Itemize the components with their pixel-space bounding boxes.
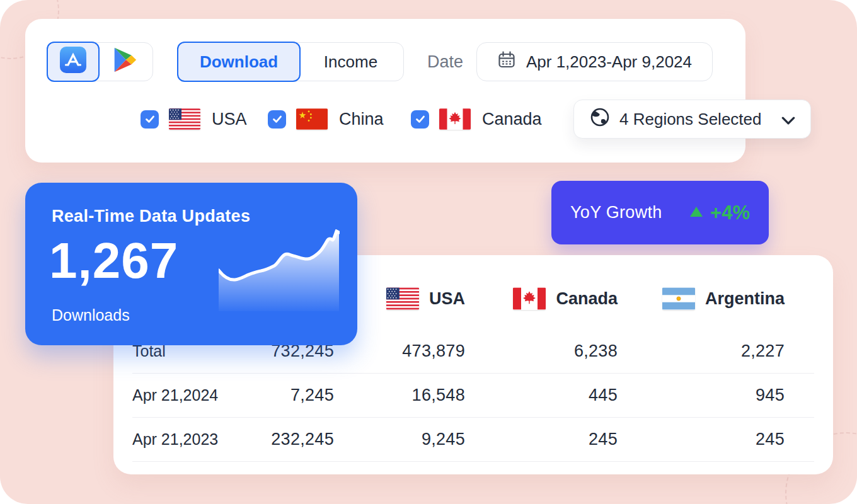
- downloads-sparkline-chart: [219, 229, 340, 314]
- globe-icon: [589, 106, 611, 132]
- country-label: China: [339, 110, 384, 129]
- canada-flag-icon: [439, 108, 471, 130]
- yoy-growth-label: YoY Growth: [570, 203, 662, 222]
- checkbox-checked-icon[interactable]: [268, 110, 286, 129]
- regions-dropdown[interactable]: 4 Regions Selected: [573, 100, 811, 139]
- cell-value: 232,245: [258, 430, 334, 449]
- cell-value: 945: [618, 386, 785, 405]
- appstore-icon: [59, 46, 87, 78]
- chevron-down-icon: [781, 110, 795, 129]
- country-filter-usa[interactable]: USA: [141, 100, 247, 139]
- cell-value: 7,245: [258, 386, 334, 405]
- google-play-toggle-button[interactable]: [98, 43, 151, 81]
- table-row-apr-21-2024: Apr 21,2024 7,245 16,548 445 945: [132, 374, 814, 418]
- dashboard-background: Download Income Date Apr 1,2023-Apr 9,20…: [0, 0, 857, 504]
- googleplay-icon: [110, 45, 139, 79]
- tab-income[interactable]: Income: [299, 43, 402, 81]
- column-label: USA: [429, 289, 465, 309]
- realtime-card-title: Real-Time Data Updates: [52, 207, 250, 226]
- yoy-delta-group: +4%: [690, 202, 750, 224]
- column-label: Argentina: [705, 289, 785, 309]
- realtime-downloads-card: Real-Time Data Updates 1,267 Downloads: [25, 183, 357, 345]
- country-label: USA: [212, 110, 247, 129]
- cell-value: 245: [465, 430, 618, 449]
- table-header-argentina: Argentina: [618, 287, 785, 310]
- cell-value: 473,879: [334, 341, 465, 361]
- cell-value: 9,245: [334, 430, 465, 449]
- country-label: Canada: [482, 110, 542, 129]
- row-label: Apr 21,2024: [132, 386, 258, 404]
- tab-download[interactable]: Download: [177, 42, 301, 82]
- date-range-value: Apr 1,2023-Apr 9,2024: [526, 52, 692, 72]
- usa-flag-icon: [386, 287, 419, 310]
- cell-value: 16,548: [334, 386, 465, 405]
- cell-value: 245: [618, 430, 785, 449]
- country-filter-china[interactable]: China: [268, 100, 384, 139]
- argentina-flag-icon: [662, 287, 695, 310]
- cell-value: 445: [465, 386, 618, 405]
- yoy-growth-card: YoY Growth +4%: [551, 181, 769, 244]
- downloads-unit-label: Downloads: [52, 306, 130, 324]
- checkbox-checked-icon[interactable]: [411, 110, 429, 129]
- column-label: Canada: [556, 289, 618, 309]
- date-label: Date: [427, 42, 463, 81]
- cell-value: 2,227: [618, 341, 785, 361]
- date-range-picker[interactable]: Apr 1,2023-Apr 9,2024: [476, 42, 713, 81]
- metric-toggle: Download Income: [178, 42, 404, 81]
- table-row-apr-21-2023: Apr 21,2023 232,245 9,245 245 245: [132, 418, 814, 462]
- checkbox-checked-icon[interactable]: [141, 110, 159, 129]
- store-toggle: [47, 42, 153, 81]
- table-header-canada: Canada: [465, 287, 618, 310]
- filter-card: Download Income Date Apr 1,2023-Apr 9,20…: [25, 19, 745, 163]
- calendar-icon: [497, 50, 516, 74]
- regions-selected-label: 4 Regions Selected: [619, 110, 761, 129]
- china-flag-icon: [296, 108, 328, 130]
- downloads-count: 1,267: [49, 232, 178, 290]
- row-label: Apr 21,2023: [132, 430, 258, 449]
- yoy-delta-value: +4%: [710, 202, 750, 224]
- app-store-toggle-button[interactable]: [47, 42, 100, 82]
- cell-value: 6,238: [465, 341, 618, 361]
- canada-flag-icon: [513, 287, 546, 310]
- country-filter-canada[interactable]: Canada: [411, 100, 542, 139]
- usa-flag-icon: [169, 108, 200, 130]
- growth-up-triangle-icon: [690, 207, 703, 219]
